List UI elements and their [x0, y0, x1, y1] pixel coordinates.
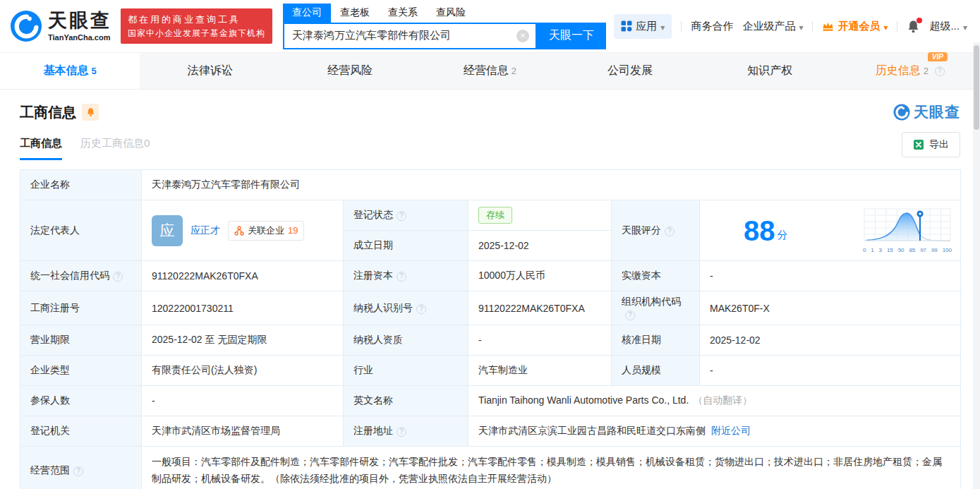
nav-tab-label: 基本信息 [44, 64, 89, 78]
score-unit: 分 [778, 229, 788, 242]
help-icon[interactable] [416, 304, 426, 314]
nav-tab-count: 5 [92, 66, 97, 76]
related-companies-count: 19 [288, 225, 298, 236]
export-label: 导出 [929, 138, 949, 151]
label-business-scope: 经营范围 [20, 447, 142, 489]
help-icon[interactable] [665, 227, 674, 236]
main-content: 工商信息 天眼查 工商信息 历史工商信息0 导出 [0, 102, 980, 489]
help-icon[interactable] [113, 272, 123, 282]
subtab-history-business-info[interactable]: 历史工商信息0 [80, 137, 150, 160]
label-legal-rep: 法定代表人 [20, 200, 142, 261]
nearby-companies-link[interactable]: 附近公司 [711, 425, 751, 436]
search-area: 查公司 查老板 查关系 查风险 天眼一下 [283, 4, 606, 49]
menu-divider [812, 21, 813, 32]
notification-bell[interactable] [907, 20, 920, 33]
legal-rep-name-link[interactable]: 应正才 [190, 224, 220, 237]
label-org-code: 组织机构代码 [612, 291, 700, 325]
menu-business-cooperation[interactable]: 商务合作 [691, 20, 733, 33]
caret-down-icon [963, 20, 967, 32]
label-taxpayer-quality: 纳税人资质 [344, 325, 468, 356]
nav-tab-legal-proceedings[interactable]: 法律诉讼 [140, 53, 279, 89]
subscribe-bell-button[interactable] [82, 104, 99, 121]
vertical-scrollbar[interactable] [973, 42, 980, 489]
label-reg-status: 登记状态 [344, 200, 468, 231]
search-tab-risk[interactable]: 查风险 [427, 4, 475, 23]
label-reg-address: 注册地址 [344, 416, 468, 447]
tianyan-score-cell[interactable]: 88 分 [700, 205, 960, 256]
nav-tab-basic-info[interactable]: 基本信息 5 [0, 53, 140, 89]
search-tab-company[interactable]: 查公司 [283, 4, 331, 23]
apps-menu[interactable]: 应用 [614, 14, 672, 39]
nav-tab-label: 经营风险 [327, 64, 373, 78]
help-icon[interactable] [397, 211, 406, 221]
value-company-type: 有限责任公司(法人独资) [142, 356, 344, 386]
promo-line2: 国家中小企业发展子基金旗下机构 [128, 27, 265, 40]
search-input[interactable] [284, 30, 516, 42]
help-icon[interactable] [397, 427, 406, 437]
menu-super-vip[interactable]: 超级... [929, 20, 967, 33]
caret-down-icon [660, 20, 665, 32]
excel-icon [913, 139, 924, 150]
value-insured-count: - [142, 386, 344, 416]
label-company-type: 企业类型 [20, 356, 142, 386]
search-button[interactable]: 天眼一下 [537, 23, 606, 49]
table-row: 企业名称 天津泰鸿万立汽车零部件有限公司 [20, 170, 961, 200]
scrollbar-thumb[interactable] [974, 45, 979, 130]
nav-tab-count: 2 [924, 66, 928, 76]
nav-tab-label: 公司发展 [607, 64, 653, 78]
watermark-logo: 天眼查 [893, 102, 960, 122]
open-vip-label: 开通会员 [837, 20, 880, 33]
legal-rep-avatar[interactable]: 应 [152, 215, 183, 246]
search-tab-relation[interactable]: 查关系 [379, 4, 427, 23]
label-credit-code: 统一社会信用代码 [20, 261, 142, 291]
label-insured-count: 参保人数 [20, 386, 142, 416]
promo-badge: 都在用的商业查询工具 国家中小企业发展子基金旗下机构 [121, 8, 272, 44]
subtab-business-info[interactable]: 工商信息 [20, 137, 62, 160]
nav-tab-history-info[interactable]: 历史信息 2 VIP [840, 53, 980, 89]
table-row: 法定代表人 应 应正才 关联企业 19 [20, 200, 961, 231]
relation-graph-icon [234, 226, 244, 236]
value-credit-code: 91120222MAK26T0FXA [142, 261, 344, 291]
table-row: 统一社会信用代码 91120222MAK26T0FXA 注册资本 10000万人… [20, 261, 961, 291]
help-icon[interactable] [73, 466, 83, 476]
clear-icon[interactable] [516, 30, 529, 42]
caret-down-icon [799, 20, 803, 32]
legal-rep-cell: 应 应正才 关联企业 19 [152, 215, 333, 246]
business-info-table: 企业名称 天津泰鸿万立汽车零部件有限公司 法定代表人 应 应正才 [20, 169, 961, 489]
tianyancha-logo-icon [893, 104, 910, 121]
enterprise-label: 企业级产品 [742, 20, 795, 33]
label-reg-number: 工商注册号 [20, 291, 142, 325]
search-tab-boss[interactable]: 查老板 [331, 4, 379, 23]
related-companies-badge[interactable]: 关联企业 19 [228, 221, 304, 241]
nav-tab-business-info[interactable]: 经营信息 2 [420, 53, 559, 89]
value-business-term: 2025-12-02 至 无固定期限 [142, 325, 344, 356]
value-approval-date: 2025-12-02 [700, 325, 961, 356]
value-reg-capital: 10000万人民币 [468, 261, 612, 291]
menu-enterprise-products[interactable]: 企业级产品 [742, 20, 803, 33]
menu-divider [681, 21, 682, 32]
label-reg-capital: 注册资本 [344, 261, 468, 291]
nav-tab-company-development[interactable]: 公司发展 [560, 53, 700, 89]
help-icon[interactable] [625, 310, 635, 320]
tianyancha-logo[interactable]: 天眼查 TianYanCha.com [10, 10, 111, 42]
search-tabs: 查公司 查老板 查关系 查风险 [283, 4, 606, 23]
value-staff-size: - [700, 356, 961, 386]
promo-line1: 都在用的商业查询工具 [128, 13, 265, 27]
score-value: 88 [744, 217, 775, 245]
table-row: 登记机关 天津市武清区市场监督管理局 注册地址 天津市武清区京滨工业园古昌路和民… [20, 416, 961, 447]
menu-open-vip[interactable]: 开通会员 [822, 20, 888, 33]
table-row: 经营范围 一般项目：汽车零部件及配件制造；汽车零部件研发；汽车零配件批发；汽车零… [20, 447, 961, 489]
nav-tab-intellectual-property[interactable]: 知识产权 [700, 53, 840, 89]
notification-red-dot [917, 18, 922, 23]
value-reg-authority: 天津市武清区市场监督管理局 [142, 416, 344, 447]
score-distribution-chart: 0131550859799100 [861, 207, 953, 253]
label-paid-capital: 实缴资本 [612, 261, 700, 291]
section-title: 工商信息 [20, 103, 76, 122]
export-button[interactable]: 导出 [902, 132, 960, 157]
nav-tab-business-risk[interactable]: 经营风险 [280, 53, 420, 89]
help-icon[interactable] [397, 272, 406, 282]
help-icon[interactable] [935, 66, 945, 76]
search-box [283, 23, 537, 49]
related-companies-label: 关联企业 [248, 224, 284, 237]
auto-translate-note: （自动翻译） [693, 394, 752, 406]
